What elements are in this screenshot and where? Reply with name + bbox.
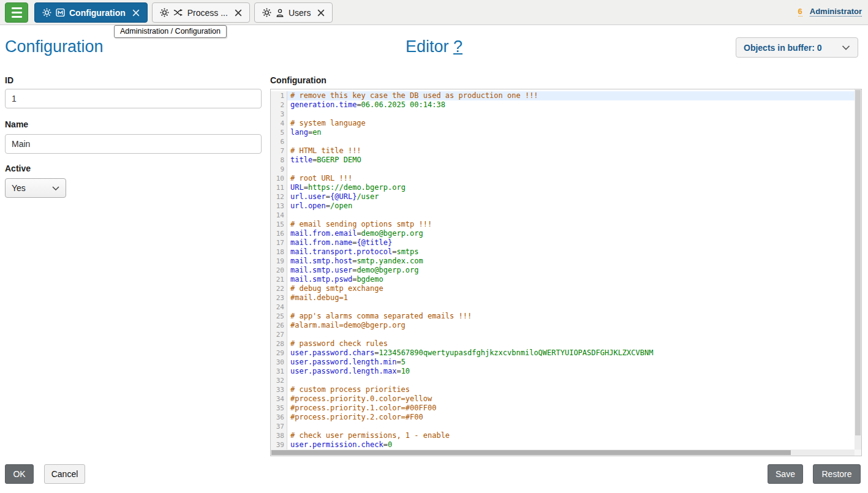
code-line[interactable]: 30user.password.length.min=5 bbox=[271, 358, 855, 367]
line-content: user.password.chars=1234567890qwertyupas… bbox=[287, 348, 855, 358]
hamburger-icon bbox=[12, 7, 22, 18]
vertical-scrollbar-thumb[interactable] bbox=[855, 90, 861, 435]
close-icon[interactable] bbox=[132, 9, 140, 17]
line-content bbox=[287, 330, 855, 339]
code-line[interactable]: 23#mail.debug=1 bbox=[271, 293, 855, 303]
code-line[interactable]: 1# remove this key case the DB used as p… bbox=[271, 91, 855, 100]
code-line[interactable]: 5lang=en bbox=[271, 128, 855, 137]
code-line[interactable]: 33# custom process priorities bbox=[271, 385, 855, 394]
gear-icon bbox=[42, 8, 51, 17]
line-content bbox=[287, 211, 855, 220]
code-line[interactable]: 32 bbox=[271, 376, 855, 385]
line-number: 28 bbox=[271, 339, 287, 348]
line-content: mail.from.email=demo@bgerp.org bbox=[287, 229, 855, 238]
code-line[interactable]: 2generation.time=06.06.2025 00:14:38 bbox=[271, 100, 855, 110]
buffer-count-link[interactable]: 6 bbox=[798, 7, 802, 17]
code-line[interactable]: 36#process.priority.2.color=#F00 bbox=[271, 413, 855, 422]
tab-configuration[interactable]: Configuration bbox=[34, 2, 148, 23]
id-field[interactable] bbox=[5, 89, 262, 108]
close-icon[interactable] bbox=[317, 9, 325, 17]
code-line[interactable]: 12url.user={@URL}/user bbox=[271, 192, 855, 201]
code-line[interactable]: 19mail.smtp.host=smtp.yandex.com bbox=[271, 257, 855, 266]
line-content bbox=[287, 376, 855, 385]
editor-title-text: Editor bbox=[406, 37, 449, 56]
code-line[interactable]: 18mail.transport.protocol=smtps bbox=[271, 247, 855, 257]
line-number: 12 bbox=[271, 192, 287, 201]
objects-in-buffer-label: Objects in buffer: 0 bbox=[744, 43, 822, 53]
line-number: 25 bbox=[271, 312, 287, 321]
code-line[interactable]: 37 bbox=[271, 422, 855, 431]
line-number: 15 bbox=[271, 220, 287, 229]
code-line[interactable]: 29user.password.chars=1234567890qwertyup… bbox=[271, 348, 855, 358]
code-line[interactable]: 26#alarm.mail=demo@bgerp.org bbox=[271, 321, 855, 330]
horizontal-scrollbar-thumb[interactable] bbox=[271, 450, 791, 455]
code-line[interactable]: 38# check user permissions, 1 - enable bbox=[271, 431, 855, 440]
code-line[interactable]: 27 bbox=[271, 330, 855, 339]
line-content bbox=[287, 110, 855, 119]
code-line[interactable]: 14 bbox=[271, 211, 855, 220]
code-line[interactable]: 9 bbox=[271, 165, 855, 174]
ok-button[interactable]: OK bbox=[5, 464, 34, 484]
code-line[interactable]: 8title=BGERP DEMO bbox=[271, 156, 855, 165]
tab-process[interactable]: Process ... bbox=[152, 2, 250, 23]
line-number: 18 bbox=[271, 247, 287, 257]
line-content: # check user permissions, 1 - enable bbox=[287, 431, 855, 440]
line-content bbox=[287, 303, 855, 312]
code-line[interactable]: 28# password check rules bbox=[271, 339, 855, 348]
user-link[interactable]: Administrator bbox=[810, 7, 862, 17]
tab-users[interactable]: Users bbox=[254, 2, 333, 23]
code-line[interactable]: 22# debug smtp exchange bbox=[271, 284, 855, 293]
vertical-scrollbar[interactable] bbox=[855, 89, 861, 450]
objects-in-buffer-dropdown[interactable]: Objects in buffer: 0 bbox=[736, 37, 858, 58]
line-content: #process.priority.1.color=#00FF00 bbox=[287, 404, 855, 413]
restore-button[interactable]: Restore bbox=[813, 464, 861, 484]
code-line[interactable]: 6 bbox=[271, 137, 855, 146]
line-number: 27 bbox=[271, 330, 287, 339]
line-number: 30 bbox=[271, 358, 287, 367]
line-number: 17 bbox=[271, 238, 287, 247]
code-line[interactable]: 10# root URL !!! bbox=[271, 174, 855, 183]
line-number: 6 bbox=[271, 137, 287, 146]
code-line[interactable]: 34#process.priority.0.color=yellow bbox=[271, 394, 855, 404]
code-line[interactable]: 17mail.from.name={@title} bbox=[271, 238, 855, 247]
topbar: Configuration bbox=[0, 0, 868, 25]
line-number: 8 bbox=[271, 156, 287, 165]
code-line[interactable]: 24 bbox=[271, 303, 855, 312]
config-code-editor[interactable]: 1# remove this key case the DB used as p… bbox=[270, 89, 862, 456]
name-label: Name bbox=[5, 119, 28, 129]
active-select[interactable]: Yes bbox=[5, 178, 66, 198]
code-line[interactable]: 16mail.from.email=demo@bgerp.org bbox=[271, 229, 855, 238]
help-link[interactable]: ? bbox=[453, 37, 462, 56]
application-window: Configuration bbox=[0, 0, 868, 493]
tab-label: Configuration bbox=[69, 8, 126, 18]
scrollbar-corner bbox=[855, 450, 861, 456]
code-line[interactable]: 11URL=https://demo.bgerp.org bbox=[271, 183, 855, 192]
line-number: 16 bbox=[271, 229, 287, 238]
horizontal-scrollbar[interactable] bbox=[271, 450, 855, 456]
code-line[interactable]: 4# system language bbox=[271, 119, 855, 128]
line-content: mail.from.name={@title} bbox=[287, 238, 855, 247]
code-line[interactable]: 7# HTML title !!! bbox=[271, 146, 855, 156]
code-line[interactable]: 39user.permission.check=0 bbox=[271, 440, 855, 450]
code-area[interactable]: 1# remove this key case the DB used as p… bbox=[271, 89, 855, 456]
tab-label: Process ... bbox=[187, 8, 228, 18]
line-number: 11 bbox=[271, 183, 287, 192]
menu-button[interactable] bbox=[5, 2, 28, 23]
name-field[interactable] bbox=[5, 134, 262, 154]
line-content bbox=[287, 422, 855, 431]
save-button[interactable]: Save bbox=[768, 464, 803, 484]
code-line[interactable]: 31user.password.length.max=10 bbox=[271, 367, 855, 376]
line-content: URL=https://demo.bgerp.org bbox=[287, 183, 855, 192]
code-line[interactable]: 15# email sending options smtp !!! bbox=[271, 220, 855, 229]
code-line[interactable]: 3 bbox=[271, 110, 855, 119]
line-content: # app's alarms comma separated emails !!… bbox=[287, 312, 855, 321]
close-icon[interactable] bbox=[235, 9, 242, 17]
code-line[interactable]: 35#process.priority.1.color=#00FF00 bbox=[271, 404, 855, 413]
cancel-button[interactable]: Cancel bbox=[44, 464, 85, 484]
code-line[interactable]: 21mail.smtp.pswd=bgdemo bbox=[271, 275, 855, 284]
code-line[interactable]: 20mail.smtp.user=demo@bgerp.org bbox=[271, 266, 855, 275]
gear-icon bbox=[262, 8, 271, 17]
code-line[interactable]: 25# app's alarms comma separated emails … bbox=[271, 312, 855, 321]
code-line[interactable]: 13url.open=/open bbox=[271, 201, 855, 211]
line-content: # HTML title !!! bbox=[287, 146, 855, 156]
